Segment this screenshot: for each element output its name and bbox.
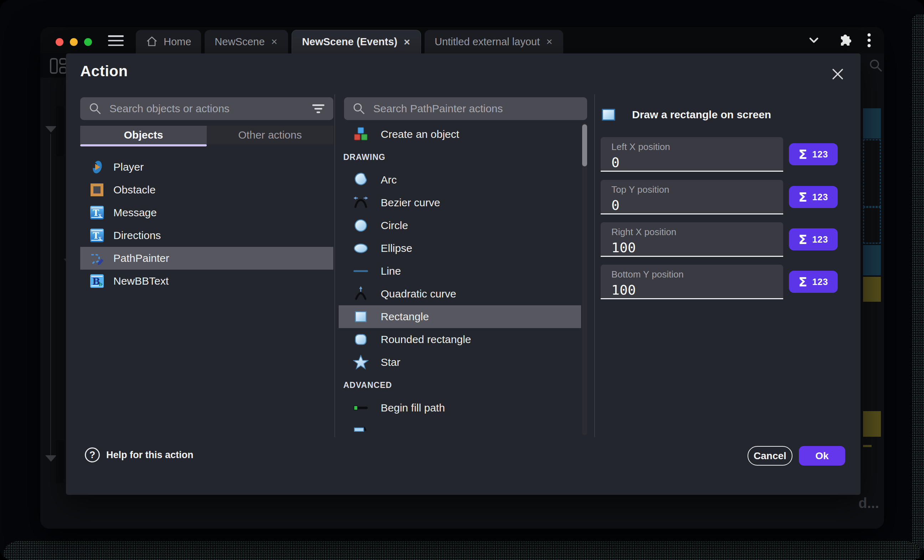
player-icon [89,159,105,175]
svg-text:x: x [98,212,102,218]
scrollbar-thumb[interactable] [582,124,587,166]
list-item-message[interactable]: Tx Message [80,201,333,224]
list-item-label: Arc [381,174,397,186]
field-input[interactable] [611,240,768,255]
sigma-icon: Σ [798,190,807,205]
list-item-arc[interactable]: Arc [339,169,581,191]
tab-close-icon[interactable]: × [403,37,411,47]
list-item-circle[interactable]: Circle [339,214,581,237]
actions-search-input[interactable] [373,103,579,115]
list-item-quadratic-curve[interactable]: Quadratic curve [339,283,581,305]
expression-editor-button[interactable]: Σ 123 [789,143,838,165]
arc-icon [353,172,369,188]
end-fill-path-icon [353,419,369,434]
list-item-label: Create an object [381,128,459,140]
hamburger-menu-icon[interactable] [108,35,124,46]
search-icon [352,102,366,116]
actions-scrollbar[interactable] [582,123,587,435]
list-item-label: Rounded rectangle [381,334,471,346]
field-left-x-position: Left X position [601,137,783,172]
window-close-button[interactable] [56,38,63,46]
tab-newscene-events[interactable]: NewScene (Events) × [292,30,421,54]
help-link[interactable]: ? Help for this action [85,448,194,463]
circle-icon [353,218,369,233]
tab-newscene[interactable]: NewScene × [205,30,288,54]
window-minimize-button[interactable] [70,38,78,46]
list-item-label: Begin fill path [381,402,445,414]
list-item-label: Message [113,207,157,219]
list-item-directions[interactable]: Tx Directions [80,224,333,247]
tab-home[interactable]: Home [136,30,201,54]
filter-icon[interactable] [311,102,326,115]
star-icon [353,355,369,370]
kebab-menu-icon[interactable] [867,32,872,49]
window-zoom-button[interactable] [84,38,92,46]
list-item-create-an-object[interactable]: Create an object [339,123,581,146]
tab-label: NewScene [214,36,264,48]
chevron-down-icon[interactable] [807,33,821,47]
field-input[interactable] [611,282,768,298]
tab-bar: Home NewScene × NewScene (Events) × Unti… [136,30,567,54]
selected-action-title: Draw a rectangle on screen [632,109,771,121]
objects-list: Player Obstacle Tx Message Tx [80,156,333,292]
field-bottom-y-position: Bottom Y position [601,265,783,299]
list-item-partial[interactable] [339,419,581,434]
list-item-label: Quadratic curve [381,288,456,300]
list-item-star[interactable]: Star [339,351,581,374]
field-right-x-position: Right X position [601,222,783,257]
list-item-rounded-rectangle[interactable]: Rounded rectangle [339,328,581,351]
list-item-rectangle[interactable]: Rectangle [339,305,581,328]
object-type-tabs: Objects Other actions [80,126,333,144]
list-item-label: PathPainter [113,252,170,264]
create-object-icon [353,126,369,142]
sigma-icon: Σ [798,232,807,247]
list-item-pathpainter[interactable]: PathPainter [80,247,333,270]
expression-editor-button[interactable]: Σ 123 [789,271,838,293]
tab-objects[interactable]: Objects [80,126,207,144]
line-icon [353,263,369,279]
titlebar-actions [807,27,872,54]
ok-button[interactable]: Ok [799,446,845,466]
cancel-button[interactable]: Cancel [747,446,792,466]
field-input[interactable] [611,198,768,213]
expression-editor-button[interactable]: Σ 123 [789,186,838,208]
list-item-label: NewBBText [113,275,169,287]
message-icon: Tx [89,205,105,220]
list-item-label: Ellipse [381,242,412,255]
close-icon[interactable] [831,67,845,81]
search-icon [88,102,102,116]
tab-untitled-external-layout[interactable]: Untitled external layout × [424,30,563,54]
extensions-icon[interactable] [835,32,852,49]
objects-search [80,97,333,120]
field-label: Left X position [611,141,783,153]
sigma-icon: Σ [798,275,807,289]
tab-close-icon[interactable]: × [271,36,278,47]
svg-text:b: b [99,281,103,287]
expression-123-label: 123 [812,234,828,245]
wallpaper-edge-right [912,14,924,549]
wallpaper-edge-bottom [4,541,920,560]
ok-label: Ok [815,450,828,462]
list-item-ellipse[interactable]: Ellipse [339,237,581,260]
tab-label: Objects [124,129,163,141]
tab-label: NewScene (Events) [302,36,398,48]
field-input[interactable] [611,154,768,170]
tab-other-actions[interactable]: Other actions [207,126,333,144]
list-item-line[interactable]: Line [339,260,581,283]
list-item-label: Bezier curve [381,197,440,209]
field-top-y-position: Top Y position [601,180,783,214]
tab-close-icon[interactable]: × [545,36,553,47]
expression-editor-button[interactable]: Σ 123 [789,228,838,250]
objects-search-input[interactable] [110,103,304,115]
expression-123-label: 123 [812,192,828,202]
list-item-label: Obstacle [113,184,155,196]
pathpainter-icon [89,250,105,266]
list-item-player[interactable]: Player [80,156,333,178]
list-item-bezier-curve[interactable]: Bezier curve [339,191,581,214]
section-header-advanced: ADVANCED [339,374,581,397]
list-item-obstacle[interactable]: Obstacle [80,178,333,201]
list-item-begin-fill-path[interactable]: Begin fill path [339,397,581,419]
field-label: Bottom Y position [611,269,783,280]
desktop: Home NewScene × NewScene (Events) × Unti… [0,0,924,560]
list-item-newbbtext[interactable]: Bb NewBBText [80,270,333,292]
